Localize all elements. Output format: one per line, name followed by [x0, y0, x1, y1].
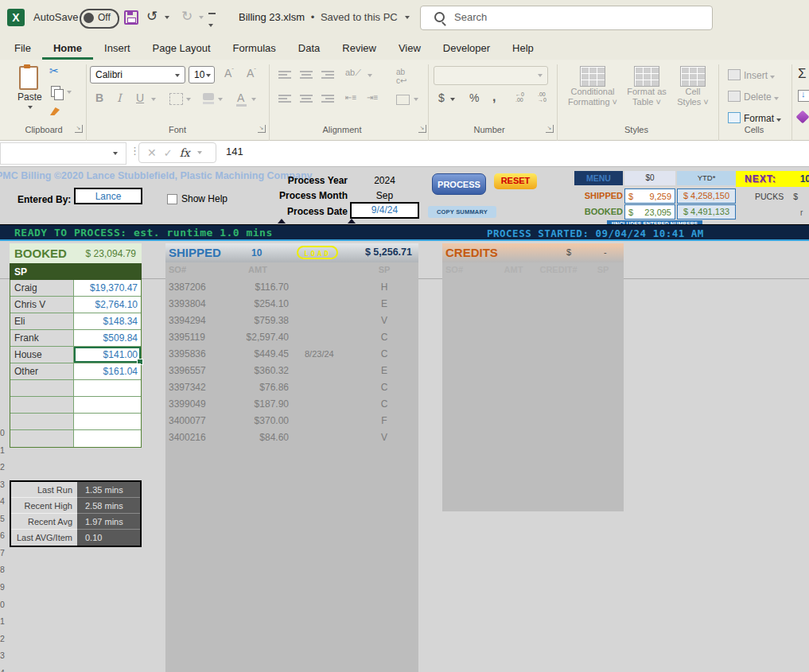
- underline-dropdown-icon[interactable]: [151, 98, 156, 101]
- tab-review[interactable]: Review: [331, 36, 387, 60]
- row-number[interactable]: 1: [0, 445, 7, 455]
- align-center-icon[interactable]: [300, 95, 313, 104]
- menu-zero-cell[interactable]: $0: [624, 171, 675, 185]
- row-number[interactable]: 4: [0, 668, 7, 672]
- align-right-icon[interactable]: [321, 95, 334, 104]
- shipped-amt-cell[interactable]: $370.00: [217, 415, 289, 426]
- tab-formulas[interactable]: Formulas: [222, 36, 287, 60]
- shipped-so-cell[interactable]: 3394294: [169, 315, 206, 326]
- quick-access-customize-icon[interactable]: [208, 13, 216, 30]
- shipped-amt-cell[interactable]: $116.70: [217, 282, 289, 293]
- autosave-toggle[interactable]: Off: [80, 9, 119, 29]
- comma-style-icon[interactable]: ,: [492, 90, 496, 104]
- font-size-select[interactable]: 10: [189, 66, 215, 84]
- tab-data[interactable]: Data: [287, 36, 331, 60]
- borders-dropdown-icon[interactable]: [186, 98, 191, 101]
- copy-dropdown-icon[interactable]: [67, 91, 72, 94]
- shipped-sp-cell[interactable]: C: [374, 348, 395, 359]
- fill-icon[interactable]: [798, 90, 809, 102]
- font-name-select[interactable]: Calibri: [90, 66, 185, 84]
- booked-ytd-cell[interactable]: $ 4,491,133: [677, 204, 736, 219]
- shipped-so-cell[interactable]: 3395119: [169, 332, 205, 343]
- row-number[interactable]: 8: [0, 565, 7, 574]
- redo-icon[interactable]: ↻: [181, 8, 193, 25]
- booked-name-cell[interactable]: Other: [10, 363, 74, 380]
- shipped-current-cell[interactable]: $9,259: [624, 188, 675, 204]
- delete-cells-button[interactable]: Delete: [728, 91, 779, 103]
- fill-color-icon[interactable]: [203, 93, 214, 100]
- entered-by-field[interactable]: Lance: [74, 188, 142, 204]
- tab-developer[interactable]: Developer: [432, 36, 501, 60]
- reset-button[interactable]: RESET: [494, 173, 537, 189]
- autosum-icon[interactable]: Σ: [798, 66, 807, 82]
- row-number[interactable]: 6: [0, 530, 7, 540]
- process-button[interactable]: PROCESS: [432, 173, 486, 195]
- bold-button[interactable]: B: [95, 91, 103, 104]
- shipped-amt-cell[interactable]: $360.32: [217, 365, 289, 376]
- shipped-sp-cell[interactable]: H: [374, 282, 395, 293]
- booked-amount-cell-selected[interactable]: $141.00: [74, 347, 141, 363]
- row-number[interactable]: 0: [0, 600, 7, 609]
- shipped-so-cell[interactable]: 3397342: [169, 382, 206, 393]
- fx-dropdown-icon[interactable]: [197, 151, 202, 154]
- shipped-so-cell[interactable]: 3396557: [169, 365, 206, 376]
- shipped-date-cell[interactable]: 8/23/24: [305, 349, 334, 359]
- load-button[interactable]: LOAD: [297, 246, 338, 259]
- tab-home[interactable]: Home: [42, 36, 93, 60]
- booked-amount-cell[interactable]: $161.04: [74, 363, 141, 380]
- row-number[interactable]: 1: [0, 616, 7, 626]
- align-bottom-icon[interactable]: [321, 71, 334, 80]
- search-input[interactable]: Search: [420, 6, 713, 30]
- alignment-dialog-launcher-icon[interactable]: ↘: [418, 125, 426, 133]
- insert-cells-button[interactable]: Insert: [728, 69, 775, 81]
- booked-name-cell[interactable]: [10, 397, 74, 414]
- shipped-sp-cell[interactable]: V: [374, 315, 395, 326]
- booked-amount-cell[interactable]: [74, 414, 141, 430]
- tab-file[interactable]: File: [3, 36, 42, 60]
- conditional-formatting-button[interactable]: Conditional Formatting ˅: [566, 66, 619, 107]
- copy-summary-button[interactable]: COPY SUMMARY: [428, 206, 496, 218]
- row-number[interactable]: 2: [0, 462, 7, 472]
- shipped-so-cell[interactable]: 3399049: [169, 398, 206, 410]
- booked-amount-cell[interactable]: $19,370.47: [74, 280, 141, 297]
- orientation-dropdown-icon[interactable]: [368, 74, 372, 77]
- shipped-so-cell[interactable]: 3400077: [169, 415, 206, 426]
- row-number[interactable]: 3: [0, 651, 7, 660]
- enter-icon[interactable]: ✓: [164, 147, 173, 159]
- cut-icon[interactable]: ✂: [49, 64, 59, 77]
- booked-name-cell[interactable]: [10, 380, 74, 397]
- show-help-checkbox[interactable]: [167, 194, 177, 204]
- booked-amount-cell[interactable]: [74, 380, 141, 397]
- orientation-icon[interactable]: ab⟋: [345, 68, 361, 78]
- booked-amount-cell[interactable]: $509.84: [74, 330, 141, 347]
- format-painter-icon[interactable]: [50, 107, 60, 115]
- row-number[interactable]: 0: [0, 428, 7, 437]
- process-date-field[interactable]: 9/4/24: [350, 202, 419, 219]
- shipped-amt-cell[interactable]: $76.86: [217, 382, 289, 393]
- font-color-dropdown-icon[interactable]: [251, 98, 256, 101]
- shipped-so-cell[interactable]: 3393804: [169, 298, 206, 309]
- shipped-row[interactable]: 3393804$254.10E: [165, 297, 418, 313]
- save-icon[interactable]: [124, 10, 138, 25]
- shipped-sp-cell[interactable]: V: [374, 432, 395, 443]
- redo-dropdown-icon[interactable]: [199, 16, 204, 19]
- merge-dropdown-icon[interactable]: [414, 98, 418, 101]
- cell-styles-button[interactable]: Cell Styles ˅: [673, 66, 713, 107]
- accounting-dropdown-icon[interactable]: [450, 98, 455, 101]
- percent-style-icon[interactable]: %: [469, 91, 479, 104]
- shipped-sp-cell[interactable]: E: [374, 365, 395, 376]
- booked-amount-cell[interactable]: $148.34: [74, 313, 141, 330]
- borders-icon[interactable]: [169, 93, 183, 105]
- booked-name-cell[interactable]: Craig: [10, 280, 74, 297]
- shipped-row[interactable]: 3396557$360.32E: [165, 363, 418, 380]
- decrease-decimal-icon[interactable]: .00→0: [538, 91, 546, 103]
- row-number[interactable]: 4: [0, 496, 7, 506]
- menu-button[interactable]: MENU: [574, 171, 623, 185]
- insert-function-icon[interactable]: fx: [180, 146, 190, 159]
- tab-help[interactable]: Help: [501, 36, 545, 60]
- shipped-so-cell[interactable]: 3395836: [169, 348, 206, 359]
- shipped-sp-cell[interactable]: C: [374, 398, 395, 410]
- clipboard-dialog-launcher-icon[interactable]: ↘: [75, 125, 83, 133]
- booked-amount-cell[interactable]: $2,764.10: [74, 297, 141, 313]
- booked-current-cell[interactable]: $23,095: [624, 204, 675, 219]
